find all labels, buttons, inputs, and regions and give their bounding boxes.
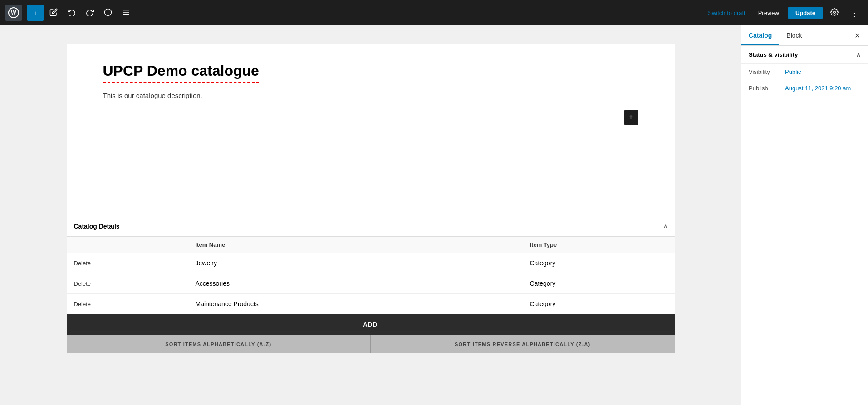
sort-buttons-row: SORT ITEMS ALPHABETICALLY (A-Z) SORT ITE…	[67, 335, 675, 353]
item-type-cell: Category	[523, 273, 675, 294]
switch-to-draft-button[interactable]: Switch to draft	[704, 7, 749, 19]
publish-value[interactable]: August 11, 2021 9:20 am	[785, 85, 851, 92]
toolbar-right: Switch to draft Preview Update ⋮	[704, 5, 863, 21]
undo-button[interactable]	[64, 5, 80, 21]
visibility-value[interactable]: Public	[785, 68, 801, 75]
panel-title: Status & visibility	[749, 51, 798, 58]
wp-logo-inner	[8, 7, 19, 18]
col-action-header	[67, 237, 188, 253]
delete-cell: Delete	[67, 294, 188, 314]
edit-icon	[49, 8, 58, 18]
wordpress-logo[interactable]	[5, 5, 22, 21]
tab-catalog[interactable]: Catalog	[741, 25, 779, 45]
table-header-row: Item Name Item Type	[67, 237, 675, 253]
toolbar: + Switch to draft	[0, 0, 868, 25]
page-layout: UPCP Demo catalogue This is our catalogu…	[0, 25, 868, 405]
delete-button[interactable]: Delete	[74, 280, 91, 287]
delete-button[interactable]: Delete	[74, 301, 91, 307]
settings-button[interactable]	[826, 5, 843, 21]
catalog-table: Item Name Item Type Delete Jewelry Categ…	[67, 237, 675, 314]
close-icon: ✕	[854, 31, 860, 40]
edit-button[interactable]	[45, 5, 62, 21]
tab-block[interactable]: Block	[779, 25, 809, 45]
item-name-cell: Accessories	[188, 273, 523, 294]
more-icon: ⋮	[850, 8, 859, 17]
sort-az-button[interactable]: SORT ITEMS ALPHABETICALLY (A-Z)	[67, 335, 371, 353]
add-block-button[interactable]: +	[624, 110, 638, 125]
sidebar-close-button[interactable]: ✕	[850, 28, 864, 43]
sidebar-tabs: Catalog Block ✕	[741, 25, 868, 46]
svg-point-6	[834, 11, 836, 13]
undo-icon	[68, 8, 76, 18]
panel-header: Status & visibility ∧	[741, 46, 868, 64]
panel-collapse-icon[interactable]: ∧	[856, 51, 861, 58]
post-description[interactable]: This is our catalogue description.	[103, 92, 638, 99]
more-options-button[interactable]: ⋮	[846, 5, 863, 21]
editor-content: UPCP Demo catalogue This is our catalogu…	[67, 44, 675, 353]
toolbar-left: +	[5, 5, 134, 21]
visibility-row: Visibility Public	[741, 64, 868, 80]
delete-button[interactable]: Delete	[74, 260, 91, 267]
item-name-cell: Jewelry	[188, 253, 523, 273]
add-item-button[interactable]: ADD	[67, 314, 675, 335]
table-row: Delete Accessories Category	[67, 273, 675, 294]
preview-button[interactable]: Preview	[753, 7, 785, 19]
add-block-toolbar-button[interactable]: +	[27, 5, 44, 21]
col-item-type-header: Item Type	[523, 237, 675, 253]
redo-icon	[86, 8, 94, 18]
add-icon: +	[34, 10, 37, 16]
publish-row: Publish August 11, 2021 9:20 am	[741, 80, 868, 96]
plus-icon: +	[628, 112, 633, 122]
catalog-details-section: Catalog Details ∧ Item Name Item Type De…	[67, 216, 675, 353]
gear-icon	[830, 8, 839, 18]
publish-label: Publish	[749, 85, 785, 92]
info-icon	[104, 8, 112, 18]
catalog-details-header: Catalog Details ∧	[67, 216, 675, 237]
item-name-cell: Maintenance Products	[188, 294, 523, 314]
item-type-cell: Category	[523, 253, 675, 273]
list-view-icon	[122, 8, 130, 18]
list-view-button[interactable]	[118, 5, 134, 21]
catalog-details-title: Catalog Details	[74, 223, 120, 230]
post-title[interactable]: UPCP Demo catalogue	[103, 62, 259, 83]
delete-cell: Delete	[67, 253, 188, 273]
redo-button[interactable]	[82, 5, 98, 21]
editor-area[interactable]: UPCP Demo catalogue This is our catalogu…	[0, 25, 741, 405]
collapse-chevron-icon[interactable]: ∧	[663, 223, 667, 229]
col-item-name-header: Item Name	[188, 237, 523, 253]
sidebar: Catalog Block ✕ Status & visibility ∧ Vi…	[741, 25, 868, 405]
info-button[interactable]	[100, 5, 116, 21]
sort-za-button[interactable]: SORT ITEMS REVERSE ALPHABETICALLY (Z-A)	[371, 335, 675, 353]
visibility-label: Visibility	[749, 68, 785, 75]
delete-cell: Delete	[67, 273, 188, 294]
status-visibility-panel: Status & visibility ∧ Visibility Public …	[741, 46, 868, 96]
update-button[interactable]: Update	[788, 7, 823, 19]
table-row: Delete Maintenance Products Category	[67, 294, 675, 314]
post-content[interactable]: UPCP Demo catalogue This is our catalogu…	[67, 44, 675, 216]
table-row: Delete Jewelry Category	[67, 253, 675, 273]
item-type-cell: Category	[523, 294, 675, 314]
